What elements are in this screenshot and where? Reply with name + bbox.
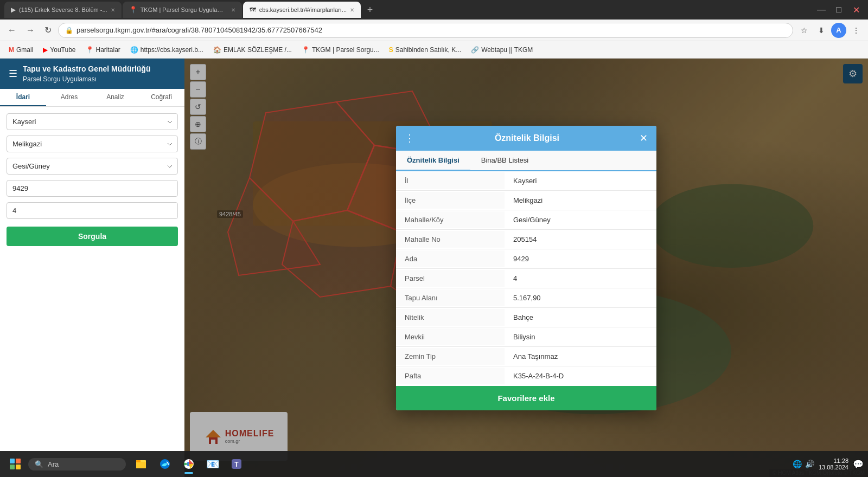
ada-input[interactable]	[7, 180, 178, 197]
bookmark-webtapu[interactable]: 🔗 Webtapu || TKGM	[467, 44, 537, 55]
close-button[interactable]: ✕	[848, 2, 864, 17]
info-row-zemintip: Zemin Tip Ana Taşınmaz	[396, 347, 656, 366]
start-button[interactable]	[4, 453, 26, 475]
info-value-tapualani: 5.167,90	[505, 289, 656, 306]
bookmark-gmail[interactable]: M Gmail	[4, 44, 37, 55]
tab-1-close[interactable]: ✕	[111, 7, 115, 13]
parsel-input[interactable]	[7, 202, 178, 219]
info-value-nitelik: Bahçe	[505, 309, 656, 326]
info-label-parsel: Parsel	[396, 270, 505, 287]
clock: 11:28 13.08.2024	[819, 457, 848, 470]
tab-adres[interactable]: Adres	[46, 89, 92, 106]
info-value-mahalle: Gesi/Güney	[505, 211, 656, 228]
info-label-mahalleno: Mahalle No	[396, 231, 505, 248]
info-value-mevkii: Biliysin	[505, 328, 656, 345]
info-label-il: İl	[396, 172, 505, 189]
search-placeholder: Ara	[48, 460, 59, 468]
bookmark-cbs[interactable]: 🌐 https://cbs.kayseri.b...	[126, 44, 208, 55]
tab-2[interactable]: 📍 TKGM | Parsel Sorgu Uygulama... ✕	[123, 2, 242, 18]
download-icon[interactable]: ⬇	[814, 23, 829, 38]
bookmark-emlak-label: EMLAK SÖZLEŞME /...	[224, 46, 292, 54]
dialog-close-button[interactable]: ✕	[640, 132, 648, 144]
tab-2-close[interactable]: ✕	[231, 7, 235, 13]
volume-icon: 🔊	[805, 460, 814, 468]
date-display: 13.08.2024	[819, 464, 848, 470]
taskbar-app-teams[interactable]: T	[226, 453, 247, 475]
minimize-button[interactable]: —	[814, 2, 829, 17]
info-value-mahalleno: 205154	[505, 231, 656, 248]
taskbar-app-edge[interactable]	[154, 453, 176, 475]
dialog-menu-icon[interactable]: ⋮	[405, 132, 414, 144]
info-row-nitelik: Nitelik Bahçe	[396, 308, 656, 327]
svg-rect-15	[136, 462, 146, 468]
sorgula-button[interactable]: Sorgula	[7, 227, 178, 246]
info-label-ada: Ada	[396, 250, 505, 267]
address-bar[interactable]: 🔒 parselsorgu.tkgm.gov.tr/#ara/cografi/3…	[58, 23, 793, 38]
forward-button[interactable]: →	[23, 23, 38, 37]
chrome-icon	[183, 458, 195, 470]
taskbar-search[interactable]: 🔍 Ara	[28, 458, 126, 470]
map-area[interactable]: 9428/45 + − ↺ ⊕ ⓘ ⚙ © HGM Atlas TKGM Ort…	[184, 59, 868, 477]
bookmarks-bar: M Gmail ▶ YouTube 📍 Haritalar 🌐 https://…	[0, 41, 868, 59]
dialog-header: ⋮ Öznitelik Bilgisi ✕	[396, 126, 656, 151]
favorites-button[interactable]: Favorilere ekle	[396, 386, 656, 410]
info-value-ilce: Melikgazi	[505, 192, 656, 209]
info-row-parsel: Parsel 4	[396, 269, 656, 288]
bookmark-webtapu-label: Webtapu || TKGM	[481, 46, 533, 54]
bookmark-gmail-label: Gmail	[16, 46, 33, 54]
new-tab-button[interactable]: +	[362, 2, 378, 18]
dialog-tab-bina[interactable]: Bina/BB Listesi	[470, 151, 539, 171]
mahalle-select[interactable]: Gesi/Güney	[7, 158, 178, 175]
tab-idari[interactable]: İdari	[0, 89, 46, 106]
tab-analiz[interactable]: Analiz	[92, 89, 138, 106]
url-text: parselsorgu.tkgm.gov.tr/#ara/cografi/38.…	[76, 26, 322, 34]
menu-icon[interactable]: ⋮	[848, 23, 864, 38]
maximize-button[interactable]: □	[831, 2, 846, 17]
taskbar-app-mail[interactable]: 📧	[202, 453, 224, 475]
nav-tabs: İdari Adres Analiz Coğrafi	[0, 89, 184, 107]
bookmark-emlak[interactable]: 🏠 EMLAK SÖZLEŞME /...	[209, 44, 296, 55]
info-row-pafta: Pafta K35-A-24-B-4-D	[396, 366, 656, 386]
tab-1[interactable]: ▶ (115) Erkek Severse 8. Bölüm -... ✕	[4, 2, 122, 18]
refresh-button[interactable]: ↻	[41, 23, 55, 37]
bookmark-haritalar[interactable]: 📍 Haritalar	[81, 44, 125, 55]
taskbar-app-chrome[interactable]	[178, 453, 200, 475]
back-button[interactable]: ←	[4, 23, 20, 37]
tab-3[interactable]: 🗺 cbs.kayseri.bel.tr/#/imarplanları... ✕	[243, 2, 361, 18]
taskbar-apps: 📧 T	[130, 453, 247, 475]
info-label-zemintip: Zemin Tip	[396, 348, 505, 365]
bookmark-star-icon[interactable]: ☆	[796, 23, 812, 38]
bookmark-youtube[interactable]: ▶ YouTube	[39, 44, 80, 55]
network-icon: 🌐	[793, 460, 802, 468]
modal-overlay: ⋮ Öznitelik Bilgisi ✕ Öznitelik Bilgisi …	[184, 59, 868, 477]
info-value-ada: 9429	[505, 250, 656, 267]
bookmark-sahibinden[interactable]: S Sahibinden Satılık, K...	[385, 44, 465, 55]
notification-icon[interactable]: 💬	[853, 459, 864, 469]
taskbar: 🔍 Ara 📧	[0, 451, 868, 477]
info-label-tapualani: Tapu Alanı	[396, 289, 505, 306]
tab-cografi[interactable]: Coğrafi	[138, 89, 184, 106]
teams-icon: T	[231, 458, 242, 470]
bookmark-tkgm[interactable]: 📍 TKGM | Parsel Sorgu...	[297, 44, 384, 55]
profile-avatar[interactable]: A	[831, 23, 846, 38]
dialog-tab-oznitelik[interactable]: Öznitelik Bilgisi	[396, 151, 470, 171]
taskbar-app-files[interactable]	[130, 453, 152, 475]
dialog-footer: Favorilere ekle	[396, 386, 656, 410]
bookmark-tkgm-label: TKGM | Parsel Sorgu...	[312, 46, 379, 54]
info-row-mahalleno: Mahalle No 205154	[396, 230, 656, 249]
tab-2-title: TKGM | Parsel Sorgu Uygulama...	[141, 7, 228, 13]
hamburger-icon[interactable]: ☰	[9, 68, 17, 80]
info-value-pafta: K35-A-24-B-4-D	[505, 368, 656, 384]
bookmark-youtube-label: YouTube	[50, 46, 75, 54]
tab-3-close[interactable]: ✕	[350, 7, 354, 13]
time-display: 11:28	[819, 457, 848, 464]
dialog: ⋮ Öznitelik Bilgisi ✕ Öznitelik Bilgisi …	[396, 126, 656, 410]
svg-rect-16	[136, 460, 141, 462]
info-row-il: İl Kayseri	[396, 171, 656, 191]
form-area: Kayseri Melikgazi Gesi/Güney Sorgula	[0, 107, 184, 477]
il-select[interactable]: Kayseri	[7, 113, 178, 130]
info-label-pafta: Pafta	[396, 368, 505, 384]
dialog-tabs: Öznitelik Bilgisi Bina/BB Listesi	[396, 151, 656, 171]
info-row-mahalle: Mahalle/Köy Gesi/Güney	[396, 210, 656, 230]
ilce-select[interactable]: Melikgazi	[7, 136, 178, 152]
